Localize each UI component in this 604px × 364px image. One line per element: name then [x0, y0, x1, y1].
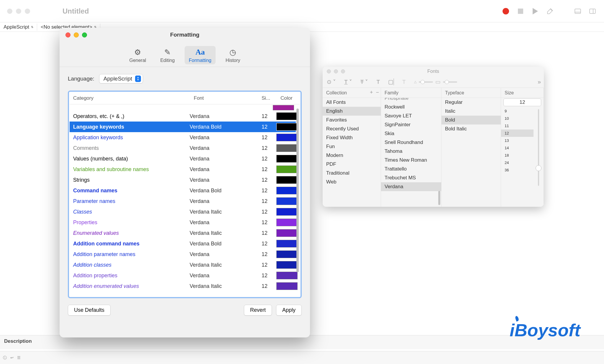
remove-collection-icon[interactable]: −	[376, 89, 379, 96]
zoom-icon[interactable]	[25, 9, 30, 14]
use-defaults-button[interactable]: Use Defaults	[68, 305, 111, 316]
traffic-lights-inactive[interactable]	[7, 9, 30, 14]
table-row[interactable]: Language keywordsVerdana Bold12	[70, 122, 296, 132]
list-item[interactable]: Rockwell	[381, 103, 441, 112]
return-icon[interactable]: ↩	[10, 355, 14, 360]
list-item[interactable]: Trattatello	[381, 165, 441, 173]
table-row[interactable]: Addition propertiesVerdana12	[70, 270, 296, 281]
color-swatch[interactable]	[276, 112, 298, 120]
color-swatch[interactable]	[273, 105, 294, 110]
info-icon[interactable]: ⓘ	[3, 355, 7, 360]
table-row[interactable]: Application keywordsVerdana12	[70, 132, 296, 143]
color-swatch[interactable]	[276, 240, 298, 247]
color-swatch[interactable]	[276, 282, 298, 290]
list-item[interactable]: 11	[501, 122, 534, 129]
underline-icon[interactable]: T ˅	[344, 78, 352, 85]
col-color[interactable]: Color	[277, 92, 300, 104]
color-swatch[interactable]	[276, 144, 298, 152]
list-item[interactable]: Italic	[441, 107, 501, 116]
col-font[interactable]: Font	[190, 92, 258, 104]
list-item[interactable]: All Fonts	[323, 98, 381, 107]
shadow-sliders[interactable]: △ ▭	[414, 78, 457, 85]
minimize-icon[interactable]	[334, 69, 338, 73]
play-button[interactable]	[531, 7, 540, 16]
close-icon[interactable]	[327, 69, 331, 73]
list-item[interactable]: Regular	[441, 98, 501, 107]
table-row[interactable]: CommentsVerdana12	[70, 143, 296, 153]
close-icon[interactable]	[65, 32, 70, 37]
color-swatch[interactable]	[276, 176, 298, 184]
size-input[interactable]: 12	[503, 99, 541, 106]
list-item[interactable]: Skia	[381, 129, 441, 138]
color-swatch[interactable]	[276, 197, 298, 205]
collection-list[interactable]: All FontsEnglishFavoritesRecently UsedFi…	[323, 98, 381, 207]
col-size[interactable]: Si...	[258, 92, 277, 104]
language-dropdown[interactable]: AppleScript ⇅	[0, 24, 37, 31]
table-row[interactable]: Addition classesVerdana Italic12	[70, 260, 296, 270]
stop-button[interactable]	[516, 7, 525, 16]
tab-editing[interactable]: ✎ Editing	[156, 46, 179, 64]
col-category[interactable]: Category	[70, 92, 190, 104]
list-item[interactable]: Snell Roundhand	[381, 138, 441, 147]
table-row[interactable]: Command namesVerdana Bold12	[70, 185, 296, 196]
scrollbar[interactable]	[296, 107, 299, 294]
color-swatch[interactable]	[276, 261, 298, 269]
revert-button[interactable]: Revert	[244, 305, 272, 316]
typeface-list[interactable]: RegularItalicBoldBold Italic	[441, 98, 501, 207]
tab-general[interactable]: ⚙︎ General	[125, 46, 150, 64]
language-select[interactable]: AppleScript ▲▼	[99, 74, 143, 83]
table-row[interactable]: Addition enumerated valuesVerdana Italic…	[70, 281, 296, 291]
family-list[interactable]: PhosphateRockwellSavoye LETSignPainterSk…	[381, 98, 441, 207]
list-item[interactable]: Favorites	[323, 116, 381, 124]
record-button[interactable]	[501, 7, 510, 16]
color-swatch[interactable]	[276, 219, 298, 226]
table-row[interactable]: PropertiesVerdana12	[70, 217, 296, 228]
list-item[interactable]: 12	[501, 129, 534, 137]
color-swatch[interactable]	[276, 123, 298, 131]
list-item[interactable]: Web	[323, 178, 381, 186]
apply-button[interactable]: Apply	[276, 305, 302, 316]
category-table-body[interactable]: Operators, etc. (+ & ,)Verdana12Language…	[70, 104, 300, 296]
color-swatch[interactable]	[276, 250, 298, 258]
list-item[interactable]: 9	[501, 107, 534, 115]
panel-toggle-1-icon[interactable]	[573, 7, 582, 16]
table-row[interactable]: ClassesVerdana Italic12	[70, 206, 296, 217]
table-row[interactable]: Addition parameter namesVerdana12	[70, 249, 296, 260]
color-swatch[interactable]	[276, 155, 298, 163]
list-item[interactable]: Modern	[323, 151, 381, 160]
table-row[interactable]: Parameter namesVerdana12	[70, 196, 296, 206]
zoom-icon[interactable]	[341, 69, 345, 73]
text-color-icon[interactable]: T	[376, 79, 380, 85]
build-icon[interactable]	[546, 7, 554, 16]
add-collection-icon[interactable]: +	[370, 89, 373, 96]
list-item[interactable]: Phosphate	[381, 98, 441, 103]
size-slider[interactable]	[534, 107, 544, 207]
panel-toggle-2-icon[interactable]	[588, 7, 597, 16]
list-item[interactable]: Times New Roman	[381, 156, 441, 165]
table-row[interactable]: StringsVerdana12	[70, 175, 296, 185]
list-icon[interactable]: ☰	[17, 355, 21, 360]
list-item[interactable]: English	[323, 107, 381, 116]
slider-knob[interactable]	[536, 165, 541, 171]
minimize-icon[interactable]	[74, 32, 79, 37]
color-swatch[interactable]	[276, 229, 298, 237]
list-item[interactable]: 10	[501, 115, 534, 122]
list-item[interactable]: PDF	[323, 160, 381, 169]
table-row[interactable]: Enumerated valuesVerdana Italic12	[70, 228, 296, 238]
list-item[interactable]: Bold	[441, 116, 501, 124]
table-row[interactable]: Values (numbers, data)Verdana12	[70, 153, 296, 164]
list-item[interactable]: 36	[501, 166, 534, 174]
list-item[interactable]: Fun	[323, 142, 381, 151]
size-list[interactable]: 91011121314182436	[501, 107, 534, 207]
scrollbar-thumb[interactable]	[296, 109, 299, 272]
shadow-icon[interactable]: T	[402, 79, 406, 85]
list-item[interactable]: Tahoma	[381, 147, 441, 156]
list-item[interactable]: Bold Italic	[441, 124, 501, 133]
color-swatch[interactable]	[276, 187, 298, 194]
list-item[interactable]: Savoye LET	[381, 112, 441, 120]
action-menu-icon[interactable]: ⊙ ˅	[327, 78, 336, 85]
list-item[interactable]: 14	[501, 144, 534, 152]
tab-formatting[interactable]: Aa Formatting	[185, 46, 215, 64]
zoom-icon[interactable]	[82, 32, 87, 37]
table-row[interactable]: Variables and subroutine namesVerdana12	[70, 164, 296, 175]
